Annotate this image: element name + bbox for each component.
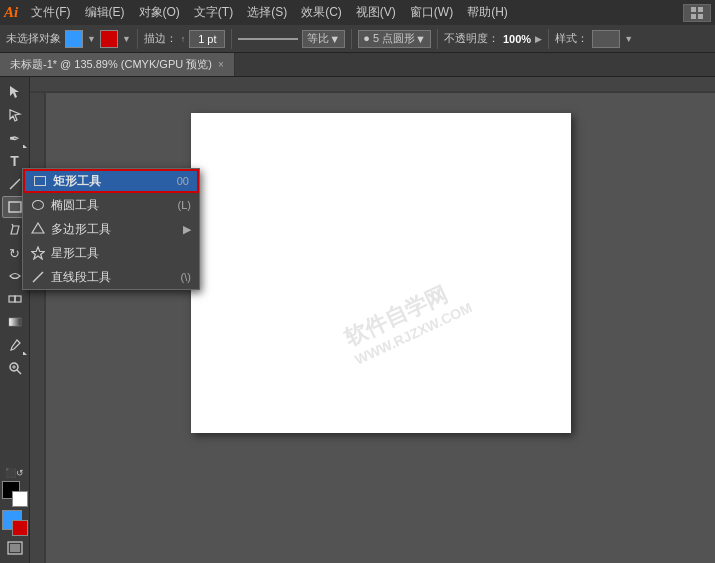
layout-button[interactable] <box>683 4 711 22</box>
document-canvas[interactable] <box>46 93 715 563</box>
stroke-style-dropdown[interactable]: 等比 ▼ <box>302 30 345 48</box>
rect-tool-label: 矩形工具 <box>53 173 171 190</box>
opacity-label: 不透明度： <box>444 31 499 46</box>
ruler-v-marks <box>30 93 46 563</box>
title-bar: Ai 文件(F) 编辑(E) 对象(O) 文字(T) 选择(S) 效果(C) 视… <box>0 0 715 25</box>
svg-marker-19 <box>32 223 44 233</box>
pen-icon: ✒ <box>9 131 20 146</box>
ellipse-menu-icon <box>31 198 45 212</box>
shape-icon <box>8 201 22 213</box>
zoom-tool[interactable] <box>2 357 28 379</box>
rect-menu-icon <box>33 174 47 188</box>
style-arrow[interactable]: ▼ <box>624 34 633 44</box>
no-select-label: 未选择对象 <box>6 31 61 46</box>
warp-icon <box>8 269 22 283</box>
bg-red-swatch <box>12 520 28 536</box>
document-tab[interactable]: 未标题-1* @ 135.89% (CMYK/GPU 预览) × <box>0 53 235 76</box>
white-canvas <box>191 113 571 433</box>
ellipse-tool-menu-item[interactable]: 椭圆工具 (L) <box>23 193 199 217</box>
tab-close-button[interactable]: × <box>218 59 224 70</box>
poly-shape-icon <box>31 222 45 236</box>
line-tool-label: 直线段工具 <box>51 269 175 286</box>
direct-select-tool[interactable] <box>2 104 28 126</box>
line-tool-menu-item[interactable]: 直线段工具 (\) <box>23 265 199 289</box>
blend-icon <box>8 292 22 306</box>
svg-line-21 <box>33 272 43 282</box>
bottom-tools: ⬛↺ <box>2 466 28 559</box>
ellipse-tool-shortcut: (L) <box>178 199 191 211</box>
svg-rect-14 <box>10 544 20 552</box>
stroke-up-arrow[interactable]: ↑ <box>181 34 186 44</box>
svg-rect-7 <box>9 318 21 326</box>
default-colors-button[interactable]: ⬛↺ <box>2 466 28 480</box>
menu-file[interactable]: 文件(F) <box>24 2 77 23</box>
star-tool-menu-item[interactable]: 星形工具 <box>23 241 199 265</box>
menu-object[interactable]: 对象(O) <box>132 2 187 23</box>
pen-tool[interactable]: ✒ <box>2 127 28 149</box>
menu-select[interactable]: 选择(S) <box>240 2 294 23</box>
screen-mode-icon <box>7 541 23 555</box>
blend-tool[interactable] <box>2 288 28 310</box>
screen-mode-button[interactable] <box>2 537 28 559</box>
eyedropper-arrow <box>23 351 27 355</box>
stroke-color-swatch[interactable] <box>100 30 118 48</box>
svg-rect-17 <box>30 93 46 563</box>
type-icon: T <box>10 153 19 169</box>
grid-icon <box>691 7 703 19</box>
ruler-h-marks <box>30 77 715 93</box>
fill-color-swatch[interactable] <box>65 30 83 48</box>
vertical-ruler <box>30 93 46 563</box>
select-icon <box>8 85 22 99</box>
gradient-tool[interactable] <box>2 311 28 333</box>
eyedropper-tool[interactable] <box>2 334 28 356</box>
menu-effect[interactable]: 效果(C) <box>294 2 349 23</box>
select-tool[interactable] <box>2 81 28 103</box>
doc-tab-title: 未标题-1* @ 135.89% (CMYK/GPU 预览) <box>10 57 212 72</box>
separator-5 <box>548 29 549 49</box>
line-tool-shortcut: (\) <box>181 271 191 283</box>
gradient-icon <box>8 315 22 329</box>
toolbar: ✒ T ↻ <box>0 77 30 563</box>
svg-line-4 <box>12 224 13 226</box>
star-tool-label: 星形工具 <box>51 245 185 262</box>
eyedropper-icon <box>8 338 22 352</box>
dot-style-dropdown[interactable]: ● 5 点圆形 ▼ <box>358 30 431 48</box>
svg-rect-5 <box>9 296 15 302</box>
foreground-color-button[interactable] <box>2 510 28 536</box>
svg-line-8 <box>18 341 20 343</box>
svg-marker-20 <box>32 247 45 259</box>
polygon-tool-menu-item[interactable]: 多边形工具 ▶ <box>23 217 199 241</box>
svg-rect-6 <box>15 296 21 302</box>
canvas-area[interactable]: 软件自学网 WWW.RJZXW.COM <box>30 77 715 563</box>
polygon-tool-label: 多边形工具 <box>51 221 171 238</box>
stroke-value-input[interactable] <box>189 30 225 48</box>
pen-arrow <box>23 144 27 148</box>
title-menu: 文件(F) 编辑(E) 对象(O) 文字(T) 选择(S) 效果(C) 视图(V… <box>24 2 679 23</box>
rectangle-tool-menu-item[interactable]: 矩形工具 00 <box>23 169 199 193</box>
polygon-submenu-arrow: ▶ <box>183 223 191 236</box>
poly-menu-icon <box>31 222 45 236</box>
fill-stroke-button[interactable] <box>2 481 28 507</box>
separator-1 <box>137 29 138 49</box>
stroke-dropdown-arrow[interactable]: ▼ <box>122 34 131 44</box>
menu-window[interactable]: 窗口(W) <box>403 2 460 23</box>
dot-style-arrow: ▼ <box>415 33 426 45</box>
fill-dropdown-arrow[interactable]: ▼ <box>87 34 96 44</box>
stroke-label: 描边： <box>144 31 177 46</box>
svg-rect-15 <box>30 77 715 93</box>
style-box[interactable] <box>592 30 620 48</box>
opacity-value: 100% <box>503 33 531 45</box>
menu-view[interactable]: 视图(V) <box>349 2 403 23</box>
rect-shape-icon <box>34 176 46 186</box>
menu-edit[interactable]: 编辑(E) <box>78 2 132 23</box>
menu-type[interactable]: 文字(T) <box>187 2 240 23</box>
line-segment-icon <box>8 177 22 191</box>
separator-3 <box>351 29 352 49</box>
svg-line-2 <box>10 179 20 189</box>
menu-help[interactable]: 帮助(H) <box>460 2 515 23</box>
rotate-icon: ↻ <box>9 246 20 261</box>
direct-select-icon <box>8 108 22 122</box>
opacity-arrow[interactable]: ▶ <box>535 34 542 44</box>
main-layout: ✒ T ↻ <box>0 77 715 563</box>
svg-rect-3 <box>9 202 21 212</box>
